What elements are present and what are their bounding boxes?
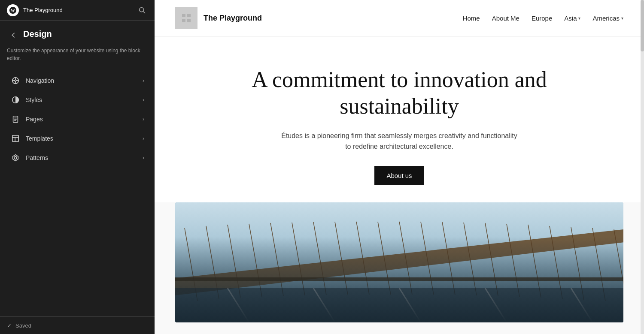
nav-link-europe[interactable]: Europe bbox=[532, 15, 552, 22]
svg-rect-21 bbox=[187, 14, 191, 17]
site-preview: The Playground Home About Me Europe Asia… bbox=[155, 0, 644, 334]
nav-link-asia[interactable]: Asia ▾ bbox=[564, 15, 580, 22]
svg-rect-23 bbox=[187, 19, 191, 22]
sidebar-item-navigation[interactable]: Navigation › bbox=[3, 71, 151, 90]
building-overlay bbox=[175, 237, 623, 322]
sidebar-footer: ✓ Saved bbox=[0, 316, 155, 334]
sidebar-item-templates[interactable]: Templates › bbox=[3, 129, 151, 148]
templates-chevron: › bbox=[143, 135, 144, 141]
svg-rect-20 bbox=[182, 14, 185, 17]
patterns-chevron: › bbox=[143, 155, 144, 161]
preview-area: The Playground Home About Me Europe Asia… bbox=[155, 0, 644, 334]
styles-label: Styles bbox=[26, 96, 143, 103]
sidebar-topbar: W The Playground bbox=[0, 0, 155, 21]
svg-rect-22 bbox=[182, 19, 185, 22]
templates-label: Templates bbox=[26, 135, 143, 142]
site-logo-area: The Playground bbox=[175, 7, 262, 29]
scrollbar-thumb[interactable] bbox=[641, 0, 644, 51]
sidebar-item-patterns[interactable]: Patterns › bbox=[3, 148, 151, 167]
nav-link-asia-label: Asia bbox=[564, 15, 577, 22]
templates-icon bbox=[10, 133, 21, 144]
svg-rect-15 bbox=[12, 135, 18, 141]
styles-icon bbox=[10, 95, 21, 105]
sidebar-item-styles[interactable]: Styles › bbox=[3, 90, 151, 109]
sidebar-section-title: Design bbox=[23, 29, 52, 39]
hero-cta-button[interactable]: About us bbox=[374, 166, 424, 185]
svg-text:W: W bbox=[11, 8, 15, 12]
saved-check-icon: ✓ bbox=[7, 322, 12, 329]
americas-dropdown-icon: ▾ bbox=[621, 16, 623, 21]
sidebar: W The Playground Design Customize the ap… bbox=[0, 0, 155, 334]
saved-label: Saved bbox=[15, 322, 31, 329]
sidebar-description: Customize the appearance of your website… bbox=[7, 47, 148, 62]
nav-link-about-me[interactable]: About Me bbox=[492, 15, 519, 22]
sidebar-nav: Navigation › Styles › bbox=[0, 66, 155, 316]
svg-marker-19 bbox=[14, 156, 16, 159]
hero-section: A commitment to innovation and sustainab… bbox=[155, 36, 644, 202]
asia-dropdown-icon: ▾ bbox=[578, 16, 580, 21]
svg-line-3 bbox=[143, 11, 146, 13]
scrollbar-track[interactable] bbox=[641, 0, 644, 334]
back-button[interactable] bbox=[7, 30, 20, 42]
site-navigation: Home About Me Europe Asia ▾ Americas ▾ bbox=[463, 15, 623, 22]
pages-label: Pages bbox=[26, 116, 143, 123]
pages-chevron: › bbox=[143, 116, 144, 122]
hero-title: A commitment to innovation and sustainab… bbox=[249, 66, 550, 120]
navigation-label: Navigation bbox=[26, 77, 143, 84]
navigation-chevron: › bbox=[143, 78, 144, 84]
site-logo bbox=[175, 7, 197, 29]
navigation-icon bbox=[10, 75, 21, 86]
topbar-site-name: The Playground bbox=[23, 7, 132, 13]
nav-link-americas[interactable]: Americas ▾ bbox=[592, 15, 623, 22]
design-header: Design Customize the appearance of your … bbox=[0, 21, 155, 66]
nav-link-americas-label: Americas bbox=[592, 15, 620, 22]
hero-subtitle: Études is a pioneering firm that seamles… bbox=[279, 130, 519, 152]
styles-chevron: › bbox=[143, 97, 144, 103]
pages-icon bbox=[10, 114, 21, 124]
wordpress-icon: W bbox=[7, 4, 19, 16]
patterns-label: Patterns bbox=[26, 154, 143, 161]
svg-point-2 bbox=[140, 7, 144, 12]
search-button[interactable] bbox=[137, 5, 148, 16]
svg-marker-18 bbox=[13, 155, 18, 161]
nav-link-home[interactable]: Home bbox=[463, 15, 480, 22]
site-title: The Playground bbox=[204, 14, 262, 23]
site-header: The Playground Home About Me Europe Asia… bbox=[155, 0, 644, 36]
patterns-icon bbox=[10, 153, 21, 163]
building-image bbox=[175, 202, 623, 322]
sidebar-item-pages[interactable]: Pages › bbox=[3, 110, 151, 129]
svg-point-5 bbox=[15, 80, 16, 81]
